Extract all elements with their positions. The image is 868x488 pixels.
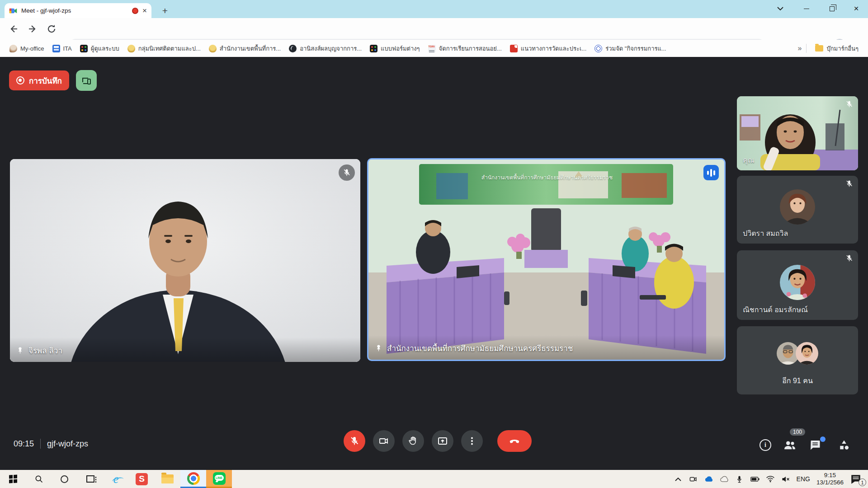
mic-toggle-button[interactable] <box>344 430 365 452</box>
system-tray: ENG 9:15 13/1/2566 1 <box>674 472 868 486</box>
blue-grid-icon <box>52 45 60 52</box>
recording-indicator-button[interactable]: การบันทึก <box>9 70 69 90</box>
clock-date: 13/1/2566 <box>816 479 844 486</box>
new-tab-button[interactable]: + <box>159 5 171 17</box>
minimize-button[interactable] <box>795 0 818 17</box>
mic-muted-badge <box>339 164 355 181</box>
action-center-button[interactable]: 1 <box>850 473 863 485</box>
internet-explorer-icon: e <box>113 474 119 484</box>
participant-name-chip: สำนักงานเขตพื้นที่การศึกษามัธยมศึกษานครศ… <box>375 342 573 354</box>
task-view-icon <box>86 475 94 483</box>
video-tile-main-left[interactable]: จิรพล ลิวา <box>10 159 360 362</box>
end-call-button[interactable] <box>497 430 532 452</box>
tray-expand-chevron-icon[interactable] <box>674 474 683 483</box>
cloud-icon[interactable] <box>720 474 729 483</box>
bookmark-item[interactable]: ผู้ดูแลระบบ <box>76 42 123 55</box>
bookmark-item[interactable]: อานิสงส์ผลบุญจากการ... <box>285 42 366 55</box>
bookmark-item[interactable]: แนวทางการวัดและประเ... <box>506 42 591 55</box>
volume-muted-icon[interactable] <box>781 474 790 483</box>
task-view-button[interactable] <box>77 470 103 488</box>
tab-recording-indicator-icon <box>132 8 138 14</box>
bookmark-item[interactable]: จัดการเรียนการสอนอย่... <box>424 42 506 55</box>
notification-count-badge: 1 <box>859 479 866 486</box>
gold-emblem-icon <box>209 45 217 52</box>
close-button[interactable]: × <box>844 0 868 17</box>
meeting-info: 09:15 gjf-wjof-zps <box>14 439 88 449</box>
browser-toolbar: meet.google.com/gjf-wjof-zps?pli=1&authu… <box>0 18 868 40</box>
file-explorer-button[interactable] <box>155 470 180 488</box>
window-chevron-button[interactable] <box>769 0 792 17</box>
video-tile-participant[interactable]: ปวิตรา สมถวิล <box>737 176 858 244</box>
video-tile-participant[interactable]: ณิชกานต์ อมรลักษณ์ <box>737 250 858 320</box>
companion-devices-button[interactable] <box>76 70 97 91</box>
line-icon <box>213 472 226 485</box>
chat-button[interactable] <box>808 438 822 452</box>
screen: Meet - gjf-wjof-zps × + × meet.google.co… <box>0 0 868 488</box>
divider <box>40 439 41 449</box>
bookmark-item[interactable]: My-office <box>5 43 48 54</box>
taskbar-search-button[interactable] <box>26 470 52 488</box>
bookmark-item[interactable]: แบบฟอร์มต่างๆ <box>366 42 424 55</box>
onedrive-icon[interactable] <box>704 474 713 483</box>
video-tile-self[interactable]: คุณ <box>737 96 858 170</box>
chat-notification-dot <box>820 436 826 442</box>
video-tile-main-right[interactable]: สำนักงานเขตพื้นที่การศึกษามัธยมศึกษานครศ… <box>367 158 726 361</box>
more-options-button[interactable] <box>461 430 483 452</box>
meeting-code: gjf-wjof-zps <box>47 439 88 449</box>
smss-app-button[interactable]: S <box>129 470 155 488</box>
camera-toggle-button[interactable] <box>373 430 395 452</box>
video-tile-overflow[interactable]: อีก 91 คน <box>737 326 858 394</box>
battery-icon[interactable] <box>750 474 760 483</box>
gold-emblem-icon <box>127 45 135 52</box>
bookmark-item[interactable]: สำนักงานเขตพื้นที่การ... <box>205 42 285 55</box>
chrome-icon <box>187 472 200 485</box>
present-screen-button[interactable] <box>432 430 453 452</box>
joomla-icon <box>370 45 377 52</box>
browser-tab[interactable]: Meet - gjf-wjof-zps × <box>5 3 151 18</box>
divider <box>806 44 807 53</box>
bookmark-item[interactable]: กลุ่มนิเทศติดตามและป... <box>123 42 205 55</box>
cortana-button[interactable] <box>52 470 77 488</box>
meeting-clock: 09:15 <box>14 439 34 449</box>
bookmark-item[interactable]: ITA <box>48 43 76 54</box>
chat-icon <box>809 439 821 451</box>
line-taskbar-button[interactable] <box>206 470 232 488</box>
language-indicator[interactable]: ENG <box>797 475 810 483</box>
overflow-count-label: อีก 91 คน <box>737 375 858 386</box>
nsm-icon <box>594 45 602 52</box>
s-app-icon: S <box>136 473 148 485</box>
bookmark-item[interactable]: ร่วมจัด "กิจกรรมการแ... <box>590 42 670 55</box>
other-bookmarks-folder[interactable]: บุ๊กมาร์กอื่นๆ <box>811 42 863 55</box>
forward-icon[interactable] <box>27 23 38 34</box>
back-icon[interactable] <box>8 23 19 34</box>
room-banner-text: สำนักงานเขตพื้นที่การศึกษามัธยมศึกษานครศ… <box>423 173 671 182</box>
chrome-taskbar-button[interactable] <box>180 470 206 488</box>
internet-explorer-button[interactable]: e <box>103 470 129 488</box>
microphone-tray-icon[interactable] <box>735 474 744 483</box>
participants-button[interactable] <box>783 438 797 452</box>
tdri-icon <box>428 45 436 52</box>
start-button[interactable] <box>0 470 26 488</box>
windows-logo-icon <box>9 475 17 483</box>
meet-now-icon[interactable] <box>689 474 698 483</box>
avatar <box>796 342 818 365</box>
raise-hand-button[interactable] <box>402 430 424 452</box>
bookmarks-overflow-icon[interactable]: » <box>798 44 802 52</box>
taskbar-clock[interactable]: 9:15 13/1/2566 <box>816 472 844 486</box>
pin-icon <box>16 347 24 354</box>
windows-taskbar: e S ENG 9:15 13/1/ <box>0 470 868 488</box>
speaker-video <box>10 159 360 362</box>
avatar <box>780 189 815 225</box>
red-book-icon <box>510 45 518 52</box>
wifi-icon[interactable] <box>766 474 775 483</box>
avatar-group <box>777 342 818 365</box>
refresh-icon[interactable] <box>46 23 57 34</box>
cortana-icon <box>61 475 68 483</box>
restore-button[interactable] <box>820 0 844 17</box>
activities-icon <box>838 439 850 451</box>
tab-close-icon[interactable]: × <box>142 8 147 14</box>
meeting-details-button[interactable]: i <box>759 438 772 452</box>
activities-button[interactable] <box>837 438 851 452</box>
meet-call-page: การบันทึก <box>0 57 868 470</box>
info-icon: i <box>760 439 771 451</box>
